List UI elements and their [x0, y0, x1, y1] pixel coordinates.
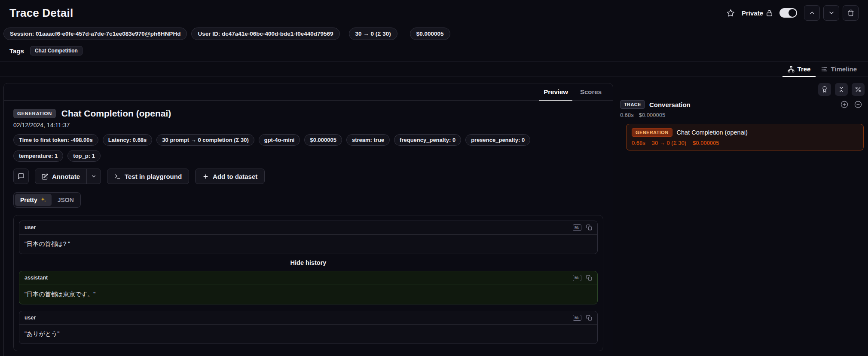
copy-icon[interactable]	[586, 315, 592, 321]
top-bar: Trace Detail Private	[0, 0, 868, 24]
tree-icon	[788, 66, 795, 73]
generation-node-title: Chat Completion (openai)	[677, 129, 748, 136]
tree-trace-row: TRACE Conversation	[620, 100, 865, 109]
comment-button[interactable]	[13, 169, 29, 184]
tab-preview-label: Preview	[544, 88, 568, 95]
message-tools: M↓	[573, 315, 592, 321]
toggle-knob	[789, 9, 796, 17]
timeline-icon	[821, 66, 828, 73]
metadata-pill-top-p: top_p: 1	[67, 150, 101, 162]
percent-icon	[855, 86, 862, 93]
generation-node-metrics: 0.68s 30 → 0 (Σ 30) $0.000005	[632, 140, 858, 146]
observation-title: Chat Completion (openai)	[61, 108, 171, 119]
public-sharing-toggle[interactable]	[779, 8, 797, 18]
message-role: assistant	[24, 275, 48, 281]
tab-scores[interactable]: Scores	[576, 83, 606, 101]
panel-tabs: Preview Scores	[4, 83, 613, 101]
annotate-button[interactable]: Annotate	[35, 169, 86, 184]
hide-history-button[interactable]: Hide history	[19, 254, 598, 271]
collapse-all-button[interactable]	[835, 83, 848, 96]
tag-badge[interactable]: Chat Competition	[30, 46, 83, 55]
scores-toggle-button[interactable]	[818, 83, 831, 96]
playground-label: Test in playground	[125, 173, 182, 180]
award-icon	[821, 86, 828, 93]
add-to-dataset-button[interactable]: Add to dataset	[195, 169, 265, 184]
star-icon	[727, 9, 735, 17]
delete-trace-button[interactable]	[843, 5, 859, 21]
metadata-pill-model[interactable]: gpt-4o-mini	[259, 134, 300, 146]
observation-panel: Preview Scores GENERATION Chat Completio…	[3, 83, 613, 356]
page-title: Trace Detail	[9, 6, 73, 20]
message-tools: M↓	[573, 224, 592, 231]
view-tabs: Tree Timeline	[0, 62, 868, 77]
metadata-pill-frequency-penalty: frequency_penalty: 0	[394, 134, 461, 146]
metadata-pill-temperature: temperature: 1	[13, 150, 63, 162]
messages-container: user M↓ "日本の首都は? " Hide history assistan…	[13, 215, 603, 351]
metadata-pill-tokens: 30 prompt → 0 completion (Σ 30)	[156, 134, 254, 146]
tags-label: Tags	[9, 47, 24, 55]
json-label: JSON	[58, 196, 74, 203]
trash-icon	[847, 9, 854, 16]
plus-icon	[202, 173, 209, 180]
terminal-icon	[114, 173, 121, 180]
previous-trace-button[interactable]	[804, 5, 820, 21]
observation-metadata-badges: Time to first token: -498.00s Latency: 0…	[13, 134, 563, 162]
message-content: "ありがとう"	[19, 325, 597, 344]
message-header: assistant M↓	[19, 271, 597, 285]
tab-preview[interactable]: Preview	[539, 83, 572, 101]
markdown-toggle-icon[interactable]: M↓	[573, 275, 581, 281]
trace-tree-sidebar: TRACE Conversation 0.68s $0.000005 GENER…	[620, 83, 865, 150]
tree-expand-controls	[840, 101, 865, 108]
metadata-pill-stream: stream: true	[346, 134, 390, 146]
message-tools: M↓	[573, 275, 592, 281]
pencil-icon	[42, 173, 48, 180]
tree-node-trace[interactable]: TRACE Conversation	[620, 100, 691, 109]
message-header: user M↓	[19, 311, 597, 325]
generation-node-header: GENERATION Chat Completion (openai)	[632, 128, 858, 137]
format-json-tab[interactable]: JSON	[52, 194, 79, 206]
annotate-button-group: Annotate	[35, 169, 101, 184]
annotate-label: Annotate	[52, 173, 80, 180]
next-trace-button[interactable]	[823, 5, 839, 21]
bookmark-star-button[interactable]	[727, 9, 735, 17]
add-to-dataset-label: Add to dataset	[213, 173, 257, 180]
tree-node-generation[interactable]: GENERATION Chat Completion (openai) 0.68…	[626, 124, 864, 150]
pretty-label: Pretty	[20, 196, 37, 203]
markdown-toggle-icon[interactable]: M↓	[573, 315, 581, 321]
metadata-pill-presence-penalty: presence_penalty: 0	[465, 134, 530, 146]
format-toggle: Pretty JSON	[13, 192, 81, 208]
markdown-toggle-icon[interactable]: M↓	[573, 224, 581, 231]
lock-icon	[766, 10, 773, 16]
metrics-toggle-button[interactable]	[852, 83, 865, 96]
trace-latency: 0.68s	[620, 112, 634, 118]
session-badge[interactable]: Session: 01aaacf6-e0fe-457d-a7de-7c1ee08…	[3, 28, 187, 40]
plus-circle-icon[interactable]	[840, 101, 848, 108]
user-id-badge[interactable]: User ID: dc47a41e-06bc-400d-bde1-f0e440d…	[191, 28, 339, 40]
message-role: user	[24, 315, 36, 321]
tab-timeline-label: Timeline	[831, 65, 857, 73]
observation-type-badge: GENERATION	[13, 109, 56, 118]
message-user-1: user M↓ "日本の首都は? "	[19, 221, 598, 254]
trace-cost: $0.000005	[639, 112, 665, 118]
trace-navigation	[804, 5, 859, 21]
copy-icon[interactable]	[586, 224, 592, 230]
trace-metrics: 0.68s $0.000005	[620, 112, 865, 118]
tab-scores-label: Scores	[580, 88, 602, 95]
cost-badge: $0.000005	[410, 28, 450, 40]
message-content: "日本の首都は? "	[19, 235, 597, 254]
generation-cost: $0.000005	[693, 140, 719, 146]
tab-tree[interactable]: Tree	[782, 62, 816, 77]
metadata-pill-ttft: Time to first token: -498.00s	[13, 134, 98, 146]
message-role: user	[24, 224, 36, 230]
tab-tree-label: Tree	[798, 65, 811, 73]
chevron-up-icon	[809, 9, 816, 16]
copy-icon[interactable]	[586, 275, 592, 281]
format-pretty-tab[interactable]: Pretty	[15, 194, 52, 206]
tab-timeline[interactable]: Timeline	[816, 62, 862, 77]
metadata-pill-cost: $0.000005	[304, 134, 342, 146]
metadata-pill-latency: Latency: 0.68s	[103, 134, 153, 146]
minus-circle-icon[interactable]	[854, 101, 862, 108]
privacy-control[interactable]: Private	[742, 9, 773, 17]
test-in-playground-button[interactable]: Test in playground	[107, 169, 189, 184]
annotate-dropdown-button[interactable]	[86, 169, 101, 184]
